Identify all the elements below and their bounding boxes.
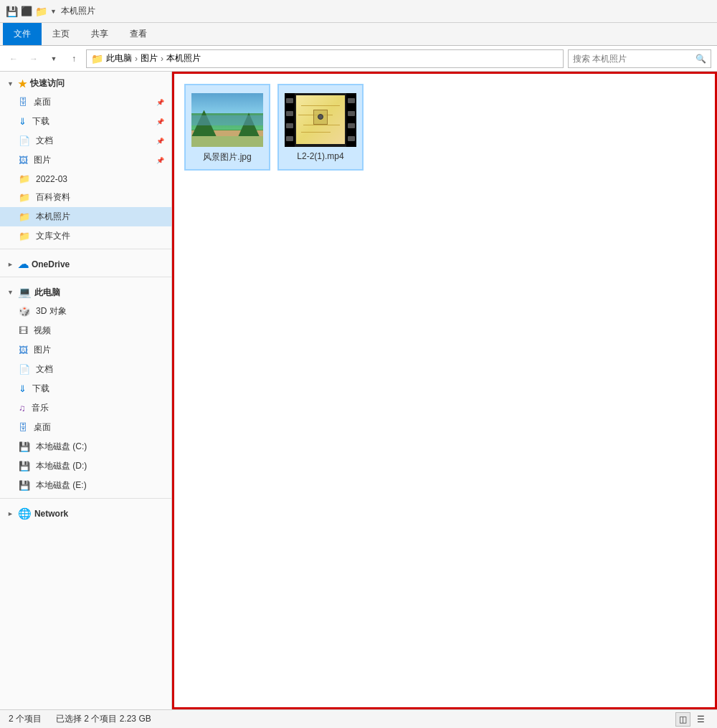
sidebar-item-doc[interactable]: 📄 文档 [0,360,171,379]
sidebar-label-wenku: 文库文件 [36,230,70,242]
breadcrumb-pc[interactable]: 此电脑 [106,52,132,64]
sidebar-label-baike: 百科资料 [36,191,70,203]
file-item-video[interactable]: L2-2(1).mp4 [277,84,364,171]
title-bar-icons: 💾 ⬛ 📁 ▼ [6,6,57,17]
up-button[interactable]: ↑ [66,51,82,67]
network-icon: 🌐 [18,507,32,520]
onedrive-label: OneDrive [32,259,70,269]
sidebar-item-dl[interactable]: ⇓ 下载 [0,379,171,398]
chevron-down-icon: ▼ [7,80,14,87]
this-pc-header[interactable]: ▼ 💻 此电脑 [0,280,171,302]
sidebar-divider-1 [0,249,171,249]
pin-icon-2: 📌 [156,118,164,125]
sidebar-item-c[interactable]: 💾 本地磁盘 (C:) [0,437,171,456]
sidebar-item-local-photos[interactable]: 📁 本机照片 [0,207,171,226]
sidebar-label-desk: 桌面 [34,421,51,434]
download-icon: ⇓ [19,116,27,127]
tab-home[interactable]: 主页 [42,23,80,45]
breadcrumb[interactable]: 📁 此电脑 › 图片 › 本机照片 [86,49,564,68]
sidebar-label-c: 本地磁盘 (C:) [36,441,87,453]
breadcrumb-sep1: › [135,54,138,64]
sidebar-label-e: 本地磁盘 (E:) [36,479,87,492]
sidebar-divider-3 [0,498,171,499]
doc-icon: 📄 [19,364,30,375]
sidebar-item-2022[interactable]: 📁 2022-03 [0,170,171,188]
film-strip-right [346,93,356,147]
star-icon: ★ [18,78,27,90]
folder-icon[interactable]: 📁 [35,6,47,17]
sidebar-item-wenku[interactable]: 📁 文库文件 [0,226,171,246]
sidebar-item-d[interactable]: 💾 本地磁盘 (D:) [0,456,171,476]
sidebar-label-music: 音乐 [32,402,49,414]
sidebar-label-local-photos: 本机照片 [36,211,70,223]
file-item-image[interactable]: 风景图片.jpg [184,84,270,171]
this-pc-label: 此电脑 [34,287,60,299]
sidebar-label-dl: 下载 [32,383,49,395]
tab-share[interactable]: 共享 [80,23,119,45]
sidebar-item-music[interactable]: ♫ 音乐 [0,398,171,418]
sidebar-item-video[interactable]: 🎞 视频 [0,321,171,340]
sidebar-item-desktop[interactable]: 🗄 桌面 📌 [0,92,171,112]
chevron-down-pc-icon: ▼ [7,289,14,296]
folder-photos-icon: 📁 [19,211,30,222]
sidebar-item-desk[interactable]: 🗄 桌面 [0,418,171,437]
pin-icon-3: 📌 [156,138,164,145]
undo-icon[interactable]: ⬛ [21,6,32,16]
video-content [296,95,345,144]
search-input[interactable] [573,54,693,64]
sidebar-item-e[interactable]: 💾 本地磁盘 (E:) [0,476,171,495]
search-icon: 🔍 [695,54,706,64]
sidebar-item-img[interactable]: 🖼 图片 [0,340,171,360]
quick-access-header[interactable]: ▼ ★ 快速访问 [0,72,171,92]
address-bar: ← → ▼ ↑ 📁 此电脑 › 图片 › 本机照片 🔍 [0,46,717,72]
main-container: ▼ ★ 快速访问 🗄 桌面 📌 ⇓ 下载 📌 📄 文档 📌 🖼 图片 📌 📁 2… [0,72,717,709]
file-thumb-video [285,91,356,148]
tab-view[interactable]: 查看 [119,23,158,45]
quick-access-label: 快速访问 [30,77,65,90]
document-icon: 📄 [19,135,30,146]
sidebar-label-3d: 3D 对象 [36,305,67,317]
dropdown-arrow-icon[interactable]: ▼ [50,8,57,15]
video-thumbnail [285,93,356,147]
view-list-icon[interactable]: ☰ [693,712,708,727]
breadcrumb-pictures[interactable]: 图片 [141,52,158,64]
breadcrumb-sep2: › [161,54,163,64]
breadcrumb-current[interactable]: 本机照片 [166,52,201,64]
image-icon: 🖼 [19,155,28,166]
onedrive-header[interactable]: ► ☁ OneDrive [0,252,171,274]
sidebar-label-2022: 2022-03 [36,174,67,184]
hdd-c-icon: 💾 [19,441,30,452]
file-area: 风景图片.jpg [172,72,717,709]
search-box[interactable]: 🔍 [568,49,711,68]
total-items: 2 个项目 [9,713,42,725]
desktop-icon: 🗄 [19,97,28,107]
network-header[interactable]: ► 🌐 Network [0,502,171,523]
film-strip-left [285,93,295,147]
hdd-e-icon: 💾 [19,480,30,491]
save-icon[interactable]: 💾 [6,6,18,17]
sidebar-label-download: 下载 [32,115,49,128]
pin-icon: 📌 [156,99,164,106]
sidebar-label-pictures: 图片 [34,154,51,166]
tab-file[interactable]: 文件 [3,23,42,45]
dropdown-nav-button[interactable]: ▼ [46,51,62,67]
network-label: Network [34,509,68,519]
view-grid-icon[interactable]: ◫ [675,712,690,727]
sidebar-item-download[interactable]: ⇓ 下载 📌 [0,112,171,131]
status-bar: 2 个项目 已选择 2 个项目 2.23 GB ◫ ☰ [0,709,717,728]
sidebar-item-documents[interactable]: 📄 文档 📌 [0,131,171,150]
sidebar-label-d: 本地磁盘 (D:) [36,460,87,472]
folder-2022-icon: 📁 [19,173,30,184]
chevron-right-icon: ► [7,261,14,268]
sidebar-label-desktop: 桌面 [34,96,51,108]
forward-button[interactable]: → [26,51,42,67]
chevron-right-network-icon: ► [7,510,14,517]
hdd-d-icon: 💾 [19,461,30,471]
img-icon: 🖼 [19,345,28,355]
sidebar-item-baike[interactable]: 📁 百科资料 [0,188,171,207]
sidebar-item-pictures[interactable]: 🖼 图片 📌 [0,150,171,170]
sidebar-item-3d[interactable]: 🎲 3D 对象 [0,302,171,321]
3d-icon: 🎲 [19,306,30,317]
back-button[interactable]: ← [6,51,22,67]
video-icon: 🎞 [19,325,28,336]
